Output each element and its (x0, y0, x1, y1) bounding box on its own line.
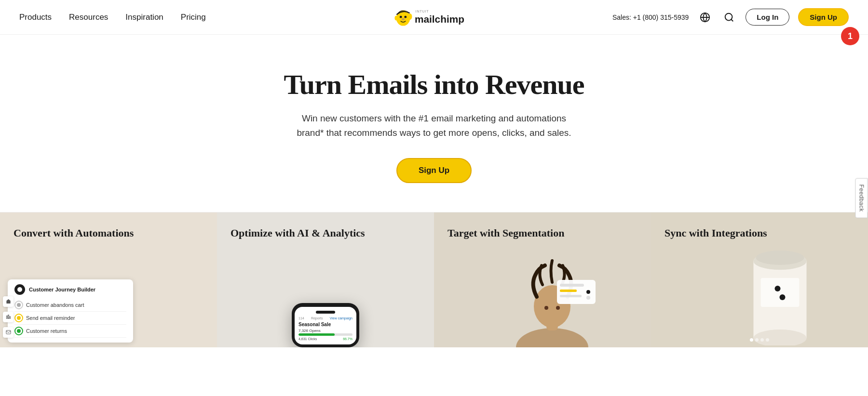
journey-header-label: Customer Journey Builder (29, 287, 95, 292)
svg-rect-12 (8, 315, 9, 318)
svg-point-5 (408, 13, 412, 20)
logo[interactable]: INTUIT mailchimp (392, 6, 476, 29)
svg-point-33 (780, 294, 786, 300)
svg-point-4 (394, 15, 397, 20)
card-automations: Convert with Automations Customer Journe… (0, 212, 217, 347)
notification-badge: 1 (841, 27, 859, 45)
svg-point-1 (400, 15, 402, 18)
sidebar-icon-mail (3, 327, 14, 338)
hero-headline: Turn Emails into Revenue (19, 68, 849, 101)
card-automations-title: Convert with Automations (14, 227, 205, 239)
svg-point-32 (775, 286, 781, 291)
sidebar-icon-home (3, 296, 14, 307)
hero-section: Turn Emails into Revenue Win new custome… (0, 35, 868, 212)
nav-right: Sales: +1 (800) 315-5939 Log In Sign Up (612, 8, 849, 26)
sales-number: Sales: +1 (800) 315-5939 (612, 13, 689, 21)
sidebar-icon-chart (3, 312, 14, 322)
svg-point-18 (544, 306, 548, 310)
svg-rect-31 (761, 278, 800, 307)
svg-rect-21 (560, 284, 584, 287)
feedback-tab[interactable]: Feedback (855, 178, 868, 218)
phone-opens: 7,326 Opens (298, 329, 353, 333)
phone-mock: 114 Reports View campaign Seasonal Sale … (292, 303, 359, 347)
card-integrations: Sync with Integrations (651, 212, 868, 347)
card-ai-title: Optimize with AI & Analytics (231, 227, 422, 239)
sidebar-icons (3, 296, 14, 338)
signup-button-nav[interactable]: Sign Up (798, 8, 849, 26)
svg-text:mailchimp: mailchimp (415, 13, 464, 25)
phone-opens-pct: 66.7% (343, 337, 353, 341)
nav-inspiration[interactable]: Inspiration (125, 13, 163, 22)
journey-row-2-label: Send email reminder (26, 315, 75, 321)
svg-point-2 (404, 15, 407, 18)
carousel-dot-4 (766, 338, 769, 342)
phone-campaign-title: Seasonal Sale (298, 322, 353, 327)
signup-button-hero[interactable]: Sign Up (396, 158, 472, 183)
journey-row-label: Customer abandons cart (26, 302, 84, 308)
search-icon[interactable] (721, 10, 737, 25)
svg-rect-13 (9, 317, 10, 318)
card-ai: Optimize with AI & Analytics 114 Reports… (217, 212, 434, 347)
phone-reports-label: Reports (311, 317, 323, 320)
nav-pricing[interactable]: Pricing (181, 13, 206, 22)
svg-rect-22 (560, 290, 577, 292)
svg-point-25 (586, 296, 590, 300)
svg-point-30 (756, 251, 804, 265)
card-segmentation: Target with Segmentation (434, 212, 651, 347)
journey-row-3: Customer returns (14, 325, 126, 338)
carousel-dot-2 (755, 338, 759, 342)
svg-point-3 (402, 18, 405, 20)
login-button[interactable]: Log In (746, 9, 789, 26)
feature-cards: Convert with Automations Customer Journe… (0, 212, 868, 347)
journey-row-1: Customer abandons cart (14, 299, 126, 312)
journey-builder-card: Customer Journey Builder Customer abando… (8, 279, 133, 343)
svg-point-15 (516, 328, 588, 347)
carousel-dot-1 (750, 338, 753, 342)
hero-subtext: Win new customers with the #1 email mark… (289, 111, 579, 141)
svg-text:INTUIT: INTUIT (416, 9, 429, 13)
journey-row-3-label: Customer returns (26, 328, 67, 334)
svg-point-24 (586, 290, 590, 294)
navbar: Products Resources Inspiration Pricing (0, 0, 868, 35)
svg-point-19 (556, 306, 560, 310)
phone-progress-bar (298, 333, 335, 336)
svg-rect-14 (6, 330, 10, 334)
globe-icon[interactable] (697, 10, 713, 25)
svg-point-9 (725, 13, 732, 20)
card-segmentation-title: Target with Segmentation (448, 227, 639, 239)
phone-clicks: 4,631 Clicks (298, 337, 317, 341)
nav-links: Products Resources Inspiration Pricing (19, 13, 206, 22)
svg-point-10 (17, 287, 22, 292)
carousel-dot-3 (760, 338, 764, 342)
carousel-dots (750, 338, 769, 342)
phone-view-link: View campaign (330, 317, 353, 320)
svg-rect-23 (560, 295, 582, 297)
phone-bar-num: 114 (298, 317, 304, 320)
svg-rect-11 (6, 316, 7, 319)
journey-row-2: Send email reminder (14, 312, 126, 325)
nav-resources[interactable]: Resources (69, 13, 108, 22)
nav-products[interactable]: Products (19, 13, 52, 22)
